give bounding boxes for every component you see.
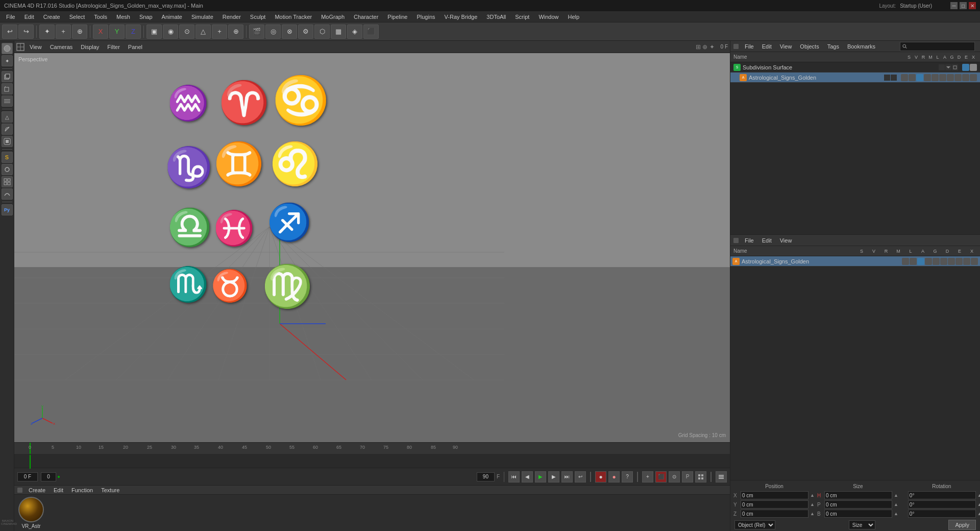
- key-circle-button[interactable]: ⊙: [669, 471, 680, 482]
- menu-item-script[interactable]: Script: [511, 13, 533, 21]
- current-frame-input[interactable]: [17, 472, 38, 481]
- left-tool-brush[interactable]: [2, 164, 13, 175]
- object-row-astrological[interactable]: A Astrological_Signs_Golden: [730, 73, 980, 83]
- rot-p-arrow[interactable]: ▲: [977, 502, 980, 507]
- pos-y-arrow[interactable]: ▲: [810, 502, 815, 507]
- obj-tag-2a[interactable]: [901, 74, 908, 81]
- obj-col-btn-s2[interactable]: [884, 75, 890, 81]
- minimize-button[interactable]: ─: [950, 2, 958, 9]
- frame-end-input[interactable]: [477, 472, 495, 481]
- step-back-button[interactable]: ◀: [522, 471, 533, 482]
- panel-toggle[interactable]: [17, 488, 22, 493]
- obj-objects-menu[interactable]: Objects: [798, 42, 821, 51]
- left-tool-wire[interactable]: [2, 83, 13, 94]
- timeline-button[interactable]: [716, 471, 727, 482]
- coord-system-select[interactable]: Object (Rel) World: [734, 520, 775, 529]
- vp-menu-view[interactable]: View: [27, 43, 45, 51]
- play-button[interactable]: ▶: [535, 471, 546, 482]
- obj-tag-1a[interactable]: [962, 64, 969, 71]
- left-tool-select[interactable]: [2, 136, 13, 147]
- pos-y-input[interactable]: [741, 500, 808, 509]
- close-button[interactable]: ✕: [969, 2, 976, 9]
- attr-tag-i[interactable]: [963, 258, 970, 265]
- pos-z-arrow[interactable]: ▲: [810, 511, 815, 516]
- redo-button[interactable]: ↪: [18, 25, 34, 39]
- toolbar-btn-0[interactable]: ✦: [39, 25, 55, 39]
- obj-edit-menu[interactable]: Edit: [760, 42, 774, 51]
- material-item-vr[interactable]: VR_Astr: [18, 497, 44, 529]
- render-mat-btn[interactable]: ▦: [331, 25, 346, 39]
- rot-b-arrow[interactable]: ▲: [977, 511, 980, 516]
- obj-tag-2d[interactable]: [924, 74, 931, 81]
- obj-col-edit-1[interactable]: [952, 64, 958, 70]
- size-b-input[interactable]: [824, 510, 892, 518]
- add-prim-btn[interactable]: ⊕: [228, 25, 243, 39]
- size-mode-select[interactable]: Size Scale: [849, 520, 875, 529]
- attr-tag-b[interactable]: [910, 258, 917, 265]
- obj-tag-2j[interactable]: [970, 74, 977, 81]
- attr-tag-e[interactable]: [933, 258, 940, 265]
- obj-col-btn-v2[interactable]: [891, 75, 897, 81]
- left-tool-shape[interactable]: △: [2, 111, 13, 123]
- render-obj-btn[interactable]: ⬡: [314, 25, 330, 39]
- left-tool-2[interactable]: ✦: [2, 55, 13, 66]
- attr-panel-toggle[interactable]: [733, 238, 739, 243]
- vp-menu-panel[interactable]: Panel: [125, 43, 145, 51]
- attr-file-menu[interactable]: File: [743, 236, 756, 245]
- size-h-input[interactable]: [824, 491, 892, 499]
- pos-z-input[interactable]: [741, 510, 808, 518]
- attr-view-menu[interactable]: View: [778, 236, 794, 245]
- attr-tag-c[interactable]: [917, 258, 924, 265]
- rotate-btn[interactable]: △: [195, 25, 211, 39]
- scale-btn[interactable]: ⊙: [179, 25, 194, 39]
- maximize-button[interactable]: □: [960, 2, 967, 9]
- frame-start-input[interactable]: [41, 472, 56, 481]
- menu-item-file[interactable]: File: [2, 13, 19, 21]
- timeline-ruler[interactable]: 0 5 10 15 20 25 30 35 40 45 50 55 60 65 …: [14, 443, 730, 454]
- undo-button[interactable]: ↩: [2, 25, 17, 39]
- menu-item-sculpt[interactable]: Sculpt: [246, 13, 270, 21]
- goto-start-button[interactable]: ⏮: [508, 471, 520, 482]
- menu-item-edit[interactable]: Edit: [20, 13, 38, 21]
- menu-item-render[interactable]: Render: [218, 13, 245, 21]
- obj-bookmarks-menu[interactable]: Bookmarks: [845, 42, 877, 51]
- menu-item-snap[interactable]: Snap: [135, 13, 157, 21]
- material-edit-menu[interactable]: Edit: [52, 486, 65, 494]
- menu-item-animate[interactable]: Animate: [158, 13, 186, 21]
- left-tool-s[interactable]: S: [2, 152, 13, 163]
- obj-tag-2g[interactable]: [947, 74, 954, 81]
- size-p-arrow[interactable]: ▲: [893, 502, 899, 507]
- render-pic-btn[interactable]: ◎: [265, 25, 281, 39]
- menu-item-create[interactable]: Create: [39, 13, 64, 21]
- pos-x-input[interactable]: [741, 491, 808, 499]
- render-settings-btn[interactable]: ⚙: [298, 25, 313, 39]
- size-b-arrow[interactable]: ▲: [893, 511, 899, 516]
- viewport-3d[interactable]: Perspective ♒ ♈ ♋ ♑ ♊ ♌ ♎ ♓ ♐ ♏ ♉ ♍: [14, 53, 730, 442]
- obj-tag-2f[interactable]: [939, 74, 946, 81]
- menu-item-motion-tracker[interactable]: Motion Tracker: [271, 13, 316, 21]
- attr-tag-f[interactable]: [940, 258, 947, 265]
- menu-item-character[interactable]: Character: [350, 13, 382, 21]
- attr-tag-g[interactable]: [948, 258, 955, 265]
- menu-item-window[interactable]: Window: [534, 13, 562, 21]
- attr-tag-j[interactable]: [971, 258, 978, 265]
- obj-tag-2e[interactable]: [932, 74, 939, 81]
- toolbar-btn-2[interactable]: ⊕: [72, 25, 87, 39]
- menu-item-mograph[interactable]: MoGraph: [317, 13, 349, 21]
- search-input[interactable]: [907, 43, 972, 49]
- left-tool-python[interactable]: Py: [2, 204, 13, 215]
- obj-tag-2i[interactable]: [962, 74, 969, 81]
- material-texture-menu[interactable]: Texture: [99, 486, 121, 494]
- vp-menu-cameras[interactable]: Cameras: [47, 43, 76, 51]
- menu-item-help[interactable]: Help: [564, 13, 584, 21]
- material-create-menu[interactable]: Create: [27, 486, 47, 494]
- vp-menu-display[interactable]: Display: [78, 43, 102, 51]
- obj-tags-menu[interactable]: Tags: [825, 42, 841, 51]
- axis-y-button[interactable]: Y: [109, 25, 125, 39]
- select-btn[interactable]: ▣: [146, 25, 162, 39]
- rot-h-arrow[interactable]: ▲: [977, 493, 980, 498]
- object-row-subdivision[interactable]: S Subdivision Surface: [730, 62, 980, 73]
- rot-h-input[interactable]: [908, 491, 976, 499]
- step-forward-button[interactable]: ▶: [548, 471, 559, 482]
- apply-button[interactable]: Apply: [948, 520, 976, 530]
